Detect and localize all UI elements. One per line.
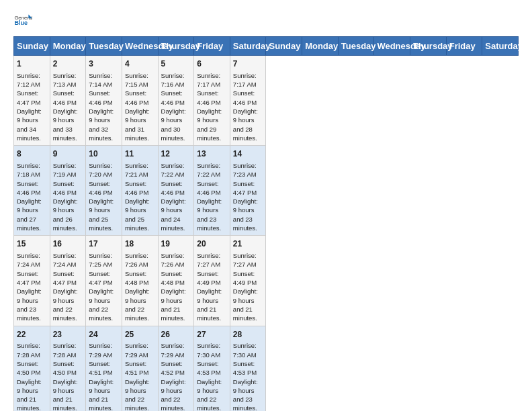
sunset-text: Sunset: 4:47 PM: [233, 179, 263, 197]
calendar-week-row: 22Sunrise: 7:28 AMSunset: 4:50 PMDayligh…: [14, 326, 519, 411]
sunset-text: Sunset: 4:46 PM: [161, 179, 191, 197]
daylight-text: Daylight: 9 hours and 32 minutes.: [89, 107, 119, 142]
col-header-tuesday: Tuesday: [86, 37, 122, 56]
sunrise-text: Sunrise: 7:30 AM: [233, 341, 263, 359]
sunrise-text: Sunrise: 7:19 AM: [53, 161, 83, 179]
sunset-text: Sunset: 4:46 PM: [125, 179, 155, 197]
day-number: 16: [53, 238, 83, 250]
calendar-cell: 18Sunrise: 7:26 AMSunset: 4:48 PMDayligh…: [122, 236, 158, 326]
sunset-text: Sunset: 4:50 PM: [53, 359, 83, 377]
sunrise-text: Sunrise: 7:26 AM: [161, 251, 191, 269]
sunset-text: Sunset: 4:52 PM: [161, 359, 191, 377]
sunset-text: Sunset: 4:46 PM: [125, 89, 155, 107]
calendar-cell: 16Sunrise: 7:24 AMSunset: 4:47 PMDayligh…: [50, 236, 86, 326]
daylight-text: Daylight: 9 hours and 33 minutes.: [53, 107, 83, 142]
calendar-cell: 13Sunrise: 7:22 AMSunset: 4:46 PMDayligh…: [194, 146, 230, 236]
col-header-sunday: Sunday: [14, 37, 50, 56]
sunrise-text: Sunrise: 7:25 AM: [89, 251, 119, 269]
daylight-text: Daylight: 9 hours and 28 minutes.: [233, 107, 263, 142]
day-number: 27: [197, 329, 227, 340]
day-number: 18: [125, 238, 155, 250]
calendar-cell: 20Sunrise: 7:27 AMSunset: 4:49 PMDayligh…: [194, 236, 230, 326]
daylight-text: Daylight: 9 hours and 21 minutes.: [53, 377, 83, 412]
day-number: 24: [89, 329, 119, 340]
sunset-text: Sunset: 4:51 PM: [89, 359, 119, 377]
day-number: 3: [89, 58, 119, 70]
day-number: 5: [161, 58, 191, 70]
sunrise-text: Sunrise: 7:29 AM: [89, 341, 119, 359]
sunrise-text: Sunrise: 7:22 AM: [197, 161, 227, 179]
sunrise-text: Sunrise: 7:20 AM: [89, 161, 119, 179]
sunrise-text: Sunrise: 7:15 AM: [125, 71, 155, 89]
sunset-text: Sunset: 4:47 PM: [17, 269, 47, 287]
sunset-text: Sunset: 4:51 PM: [125, 359, 155, 377]
col-header-wednesday: Wednesday: [122, 37, 158, 56]
daylight-text: Daylight: 9 hours and 31 minutes.: [125, 107, 155, 142]
day-number: 14: [233, 148, 263, 160]
daylight-text: Daylight: 9 hours and 24 minutes.: [161, 197, 191, 232]
calendar-cell: 17Sunrise: 7:25 AMSunset: 4:47 PMDayligh…: [86, 236, 122, 326]
sunset-text: Sunset: 4:49 PM: [233, 269, 263, 287]
daylight-text: Daylight: 9 hours and 21 minutes.: [161, 287, 191, 322]
day-number: 17: [89, 238, 119, 250]
calendar-cell: 19Sunrise: 7:26 AMSunset: 4:48 PMDayligh…: [158, 236, 194, 326]
daylight-text: Daylight: 9 hours and 22 minutes.: [161, 377, 191, 412]
calendar-cell: 12Sunrise: 7:22 AMSunset: 4:46 PMDayligh…: [158, 146, 194, 236]
col-header-tuesday: Tuesday: [338, 37, 374, 56]
sunrise-text: Sunrise: 7:30 AM: [197, 341, 227, 359]
sunset-text: Sunset: 4:47 PM: [53, 269, 83, 287]
daylight-text: Daylight: 9 hours and 22 minutes.: [125, 377, 155, 412]
daylight-text: Daylight: 9 hours and 29 minutes.: [197, 107, 227, 142]
sunrise-text: Sunrise: 7:29 AM: [125, 341, 155, 359]
col-header-friday: Friday: [194, 37, 230, 56]
calendar-cell: 28Sunrise: 7:30 AMSunset: 4:53 PMDayligh…: [230, 326, 266, 411]
calendar-cell: 14Sunrise: 7:23 AMSunset: 4:47 PMDayligh…: [230, 146, 266, 236]
day-number: 23: [53, 329, 83, 340]
sunrise-text: Sunrise: 7:27 AM: [197, 251, 227, 269]
sunset-text: Sunset: 4:46 PM: [161, 89, 191, 107]
svg-text:Blue: Blue: [14, 19, 28, 26]
calendar-cell: 26Sunrise: 7:29 AMSunset: 4:52 PMDayligh…: [158, 326, 194, 411]
calendar-header-row: SundayMondayTuesdayWednesdayThursdayFrid…: [14, 37, 519, 56]
calendar-cell: 6Sunrise: 7:17 AMSunset: 4:46 PMDaylight…: [194, 56, 230, 146]
calendar-cell: 9Sunrise: 7:19 AMSunset: 4:46 PMDaylight…: [50, 146, 86, 236]
daylight-text: Daylight: 9 hours and 21 minutes.: [197, 287, 227, 322]
daylight-text: Daylight: 9 hours and 25 minutes.: [89, 197, 119, 232]
daylight-text: Daylight: 9 hours and 34 minutes.: [17, 107, 47, 142]
sunrise-text: Sunrise: 7:17 AM: [233, 71, 263, 89]
calendar-cell: 15Sunrise: 7:24 AMSunset: 4:47 PMDayligh…: [14, 236, 50, 326]
sunset-text: Sunset: 4:48 PM: [125, 269, 155, 287]
day-number: 15: [17, 238, 47, 250]
sunrise-text: Sunrise: 7:24 AM: [17, 251, 47, 269]
sunrise-text: Sunrise: 7:16 AM: [161, 71, 191, 89]
day-number: 4: [125, 58, 155, 70]
sunrise-text: Sunrise: 7:22 AM: [161, 161, 191, 179]
sunrise-text: Sunrise: 7:27 AM: [233, 251, 263, 269]
day-number: 26: [161, 329, 191, 340]
calendar-cell: 3Sunrise: 7:14 AMSunset: 4:46 PMDaylight…: [86, 56, 122, 146]
calendar-week-row: 15Sunrise: 7:24 AMSunset: 4:47 PMDayligh…: [14, 236, 519, 326]
sunset-text: Sunset: 4:46 PM: [233, 89, 263, 107]
sunset-text: Sunset: 4:53 PM: [233, 359, 263, 377]
sunset-text: Sunset: 4:46 PM: [89, 89, 119, 107]
col-header-friday: Friday: [446, 37, 482, 56]
col-header-thursday: Thursday: [410, 37, 447, 56]
daylight-text: Daylight: 9 hours and 21 minutes.: [89, 377, 119, 412]
calendar-cell: 11Sunrise: 7:21 AMSunset: 4:46 PMDayligh…: [122, 146, 158, 236]
day-number: 22: [17, 329, 47, 340]
calendar-cell: 4Sunrise: 7:15 AMSunset: 4:46 PMDaylight…: [122, 56, 158, 146]
sunrise-text: Sunrise: 7:23 AM: [233, 161, 263, 179]
sunrise-text: Sunrise: 7:28 AM: [17, 341, 47, 359]
sunset-text: Sunset: 4:49 PM: [197, 269, 227, 287]
calendar-week-row: 1Sunrise: 7:12 AMSunset: 4:47 PMDaylight…: [14, 56, 519, 146]
day-number: 21: [233, 238, 263, 250]
calendar-table: SundayMondayTuesdayWednesdayThursdayFrid…: [13, 36, 519, 411]
day-number: 20: [197, 238, 227, 250]
sunrise-text: Sunrise: 7:18 AM: [17, 161, 47, 179]
sunrise-text: Sunrise: 7:26 AM: [125, 251, 155, 269]
logo: General Blue: [13, 11, 32, 30]
daylight-text: Daylight: 9 hours and 22 minutes.: [197, 377, 227, 412]
sunset-text: Sunset: 4:50 PM: [17, 359, 47, 377]
day-number: 7: [233, 58, 263, 70]
daylight-text: Daylight: 9 hours and 21 minutes.: [233, 287, 263, 322]
